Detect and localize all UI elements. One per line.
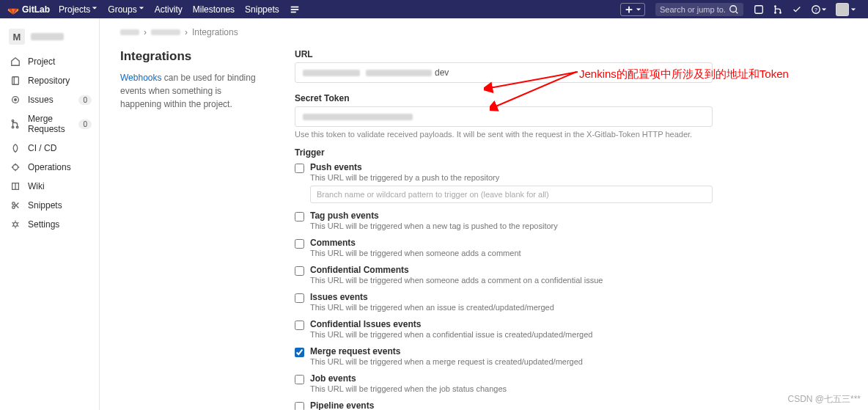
merge-requests-icon[interactable]	[773, 4, 783, 15]
trigger-desc: This URL will be triggered when someone …	[310, 276, 713, 285]
url-input[interactable]: dev	[295, 62, 713, 83]
home-icon	[10, 56, 21, 67]
svg-rect-1	[291, 9, 299, 10]
trigger-checkbox[interactable]	[295, 239, 304, 249]
nav-snippets[interactable]: Snippets	[245, 4, 279, 15]
nav-groups[interactable]: Groups	[108, 3, 144, 15]
trigger-checkbox[interactable]	[295, 164, 304, 173]
user-menu[interactable]	[836, 3, 856, 16]
ops-icon	[10, 162, 21, 172]
trigger-desc: This URL will be triggered when a confid…	[310, 330, 713, 339]
trigger-row: CommentsThis URL will be triggered when …	[295, 238, 713, 257]
trigger-desc: This URL will be triggered when a new ta…	[310, 222, 713, 230]
branch-filter-input[interactable]	[310, 186, 713, 203]
svg-point-18	[12, 206, 15, 209]
count-badge: 0	[78, 120, 92, 129]
trigger-row: Tag push eventsThis URL will be triggere…	[295, 211, 713, 230]
svg-point-3	[730, 5, 737, 12]
sidebar-project[interactable]: Project	[0, 52, 99, 71]
top-navbar: GitLab ProjectsGroupsActivityMilestonesS…	[0, 0, 868, 18]
trigger-checkbox[interactable]	[295, 402, 304, 410]
trigger-checkbox[interactable]	[295, 266, 304, 276]
token-input[interactable]	[295, 106, 713, 127]
svg-text:?: ?	[814, 7, 817, 12]
trigger-desc: This URL will be triggered when a merge …	[310, 357, 713, 366]
todos-icon[interactable]	[792, 4, 802, 15]
sidebar-item-label: Wiki	[28, 181, 45, 191]
sidebar-repository[interactable]: Repository	[0, 71, 99, 90]
watermark: CSDN @七五三***	[787, 393, 861, 406]
trigger-row: Job eventsThis URL will be triggered whe…	[295, 373, 713, 393]
svg-rect-4	[755, 5, 763, 13]
issues-icon[interactable]	[754, 4, 764, 15]
trigger-title: Pipeline events	[310, 400, 713, 410]
trigger-title: Confidential Comments	[310, 265, 713, 275]
trigger-checkbox[interactable]	[295, 375, 304, 384]
main-content: › › Integrations Integrations Webhooks c…	[100, 18, 868, 410]
trigger-desc: This URL will be triggered when the job …	[310, 384, 713, 393]
sidebar-item-label: CI / CD	[28, 143, 56, 153]
sidebar-item-label: Issues	[28, 95, 54, 105]
url-label: URL	[295, 49, 713, 59]
trigger-title: Job events	[310, 373, 713, 384]
sidebar-item-label: Snippets	[28, 200, 62, 211]
page-title: Integrations	[120, 49, 260, 64]
sidebar-settings[interactable]: Settings	[0, 215, 99, 234]
svg-point-16	[13, 165, 18, 170]
sidebar-item-label: Repository	[28, 76, 70, 86]
sidebar-item-label: Operations	[28, 162, 71, 172]
sidebar-operations[interactable]: Operations	[0, 158, 99, 177]
search-box[interactable]	[655, 3, 743, 16]
trigger-row: Confidential CommentsThis URL will be tr…	[295, 265, 713, 285]
count-badge: 0	[78, 95, 92, 105]
svg-point-12	[15, 99, 17, 101]
sidebar-snippets[interactable]: Snippets	[0, 196, 99, 215]
gitlab-icon	[7, 4, 19, 15]
trigger-title: Merge request events	[310, 346, 713, 356]
trigger-title: Confidential Issues events	[310, 319, 713, 329]
breadcrumb-item-redacted[interactable]	[120, 29, 139, 35]
sidebar-merge-requests[interactable]: Merge Requests0	[0, 109, 99, 139]
trigger-title: Tag push events	[310, 211, 713, 221]
trigger-heading: Trigger	[295, 147, 713, 158]
sidebar-item-label: Settings	[28, 219, 59, 230]
merge-icon	[10, 119, 21, 129]
trigger-checkbox[interactable]	[295, 293, 304, 303]
nav-projects[interactable]: Projects	[59, 3, 98, 15]
token-help-text: Use this token to validate received payl…	[295, 130, 713, 139]
project-header[interactable]: M	[0, 24, 99, 52]
nav-activity[interactable]: Activity	[155, 4, 183, 15]
trigger-row: Merge request eventsThis URL will be tri…	[295, 346, 713, 366]
sidebar-item-label: Project	[28, 56, 55, 67]
search-input[interactable]	[660, 5, 726, 14]
repo-icon	[10, 76, 21, 86]
new-dropdown[interactable]	[620, 3, 645, 16]
nav-more-icon[interactable]	[290, 4, 300, 15]
page-description: Webhooks can be used for binding events …	[120, 71, 260, 111]
scissors-icon	[10, 200, 21, 211]
trigger-desc: This URL will be triggered by a push to …	[310, 173, 713, 182]
svg-point-19	[13, 222, 17, 226]
trigger-row: Issues eventsThis URL will be triggered …	[295, 292, 713, 312]
trigger-row: Confidential Issues eventsThis URL will …	[295, 319, 713, 339]
avatar	[836, 3, 849, 16]
svg-rect-2	[291, 11, 296, 12]
gitlab-logo[interactable]: GitLab	[7, 4, 50, 15]
trigger-desc: This URL will be triggered when an issue…	[310, 303, 713, 312]
help-icon[interactable]: ?	[811, 4, 827, 15]
sidebar-cicd[interactable]: CI / CD	[0, 139, 99, 158]
svg-point-5	[774, 5, 776, 7]
webhooks-link[interactable]: Webhooks	[120, 73, 161, 83]
trigger-checkbox[interactable]	[295, 348, 304, 357]
trigger-desc: This URL will be triggered when someone …	[310, 249, 713, 257]
trigger-checkbox[interactable]	[295, 321, 304, 330]
sidebar-wiki[interactable]: Wiki	[0, 177, 99, 196]
breadcrumb-item-redacted[interactable]	[151, 29, 180, 35]
rocket-icon	[10, 143, 21, 153]
project-name-redacted	[31, 33, 64, 40]
book-icon	[10, 181, 21, 191]
nav-milestones[interactable]: Milestones	[193, 4, 235, 15]
sidebar-issues[interactable]: Issues0	[0, 90, 99, 109]
trigger-checkbox[interactable]	[295, 212, 304, 222]
svg-point-7	[779, 12, 781, 14]
